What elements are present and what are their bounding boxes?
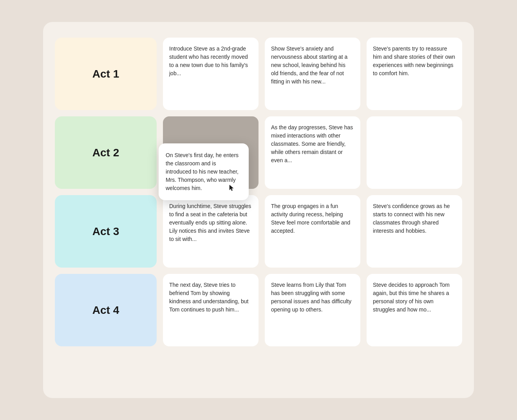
act3-label-cell: Act 3	[55, 195, 157, 268]
act2-card-2[interactable]: As the day progresses, Steve has mixed i…	[265, 116, 360, 189]
act1-card-2-text: Show Steve's anxiety and nervousness abo…	[271, 45, 347, 85]
tooltip-text: On Steve's first day, he enters the clas…	[166, 152, 239, 191]
act3-card-1-text: During lunchtime, Steve struggles to fin…	[169, 203, 251, 242]
act4-card-1[interactable]: The next day, Steve tries to befriend To…	[163, 274, 258, 346]
act3-card-3-text: Steve's confidence grows as he starts to…	[373, 203, 450, 234]
act4-card-2[interactable]: Steve learns from Lily that Tom has been…	[265, 274, 360, 346]
story-grid: Act 1 Introduce Steve as a 2nd-grade stu…	[55, 38, 462, 346]
act1-card-1-text: Introduce Steve as a 2nd-grade student w…	[169, 45, 248, 76]
act4-card-2-text: Steve learns from Lily that Tom has been…	[271, 282, 351, 313]
act3-card-2[interactable]: The group engages in a fun activity duri…	[265, 195, 360, 268]
cursor-icon	[229, 185, 234, 192]
act1-card-3-text: Steve's parents try to reassure him and …	[373, 45, 455, 76]
act2-label-text: Act 2	[92, 147, 119, 159]
act1-card-2[interactable]: Show Steve's anxiety and nervousness abo…	[265, 38, 360, 110]
act3-card-3[interactable]: Steve's confidence grows as he starts to…	[367, 195, 462, 268]
act3-card-2-text: The group engages in a fun activity duri…	[271, 203, 350, 234]
act4-card-1-text: The next day, Steve tries to befriend To…	[169, 282, 248, 313]
act1-label-cell: Act 1	[55, 38, 157, 110]
act1-card-3[interactable]: Steve's parents try to reassure him and …	[367, 38, 462, 110]
app-container: Act 1 Introduce Steve as a 2nd-grade stu…	[43, 22, 474, 398]
act1-card-1[interactable]: Introduce Steve as a 2nd-grade student w…	[163, 38, 258, 110]
act4-card-3[interactable]: Steve decides to approach Tom again, but…	[367, 274, 462, 346]
act4-card-3-text: Steve decides to approach Tom again, but…	[373, 282, 450, 313]
act4-label-text: Act 4	[92, 304, 119, 317]
act2-label-cell: Act 2	[55, 116, 157, 189]
act2-card-2-text: As the day progresses, Steve has mixed i…	[271, 124, 353, 163]
act4-label-cell: Act 4	[55, 274, 157, 346]
act1-label-text: Act 1	[92, 68, 119, 80]
act3-label-text: Act 3	[92, 225, 119, 238]
tooltip-popup: On Steve's first day, he enters the clas…	[159, 143, 249, 200]
act3-card-1[interactable]: During lunchtime, Steve struggles to fin…	[163, 195, 258, 268]
act2-card-3[interactable]	[367, 116, 462, 189]
